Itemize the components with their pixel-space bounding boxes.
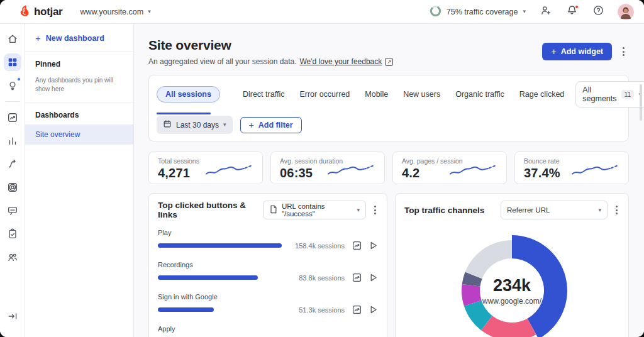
rail-item-surveys[interactable] bbox=[4, 225, 21, 243]
date-range-value: Last 30 days bbox=[176, 121, 219, 130]
clicked-item-bar bbox=[158, 243, 282, 248]
rail-item-dashboards[interactable] bbox=[4, 53, 21, 71]
sidebar-item-site-overview[interactable]: Site overview bbox=[25, 124, 133, 145]
dashboard-menu-button[interactable] bbox=[621, 45, 626, 58]
play-recordings-button[interactable] bbox=[369, 241, 378, 250]
sessions-count: 83.8k sessions bbox=[299, 274, 345, 282]
rail-item-interviews[interactable] bbox=[4, 248, 21, 266]
filters-container: All sessionsDirect trafficError occurred… bbox=[148, 75, 629, 141]
segment-tab[interactable]: Rage clicked bbox=[519, 90, 565, 99]
all-segments-dropdown[interactable]: All segments 11 ▾ bbox=[575, 81, 644, 108]
segment-tab[interactable]: Mobile bbox=[365, 90, 388, 99]
panel-title: Top clicked buttons & links bbox=[158, 201, 257, 219]
clicked-items-list: Play 158.4k sessions Recordings 83.8k se… bbox=[149, 226, 387, 337]
person-add-icon bbox=[540, 4, 552, 19]
url-filter-dropdown[interactable]: URL contains "/success" ▾ bbox=[263, 201, 366, 219]
rail-item-funnels[interactable] bbox=[4, 132, 21, 150]
site-selector-value: www.yoursite.com bbox=[80, 8, 143, 16]
interviews-icon bbox=[7, 251, 18, 263]
plus-icon: + bbox=[35, 33, 41, 43]
collapse-icon bbox=[7, 311, 18, 322]
clicked-item-label: Apply bbox=[158, 325, 378, 333]
site-selector[interactable]: www.yoursite.com ▾ bbox=[80, 8, 150, 16]
donut-chart: 234k www.google.com/ bbox=[449, 228, 575, 337]
new-dashboard-button[interactable]: + New dashboard bbox=[25, 24, 133, 51]
page-subtitle: An aggregated view of all your session d… bbox=[148, 57, 296, 66]
rail-item-feedback[interactable] bbox=[4, 202, 21, 219]
view-trend-button[interactable] bbox=[352, 305, 362, 314]
panel-title: Top traffic channels bbox=[404, 206, 484, 215]
rail-item-trends[interactable] bbox=[4, 109, 21, 126]
metric-card: Avg. session duration 06:35 bbox=[270, 152, 385, 184]
journeys-icon bbox=[7, 158, 18, 170]
donut-segment[interactable] bbox=[465, 240, 512, 279]
segment-tab[interactable]: Error occurred bbox=[299, 90, 350, 99]
url-filter-value: URL contains "/success" bbox=[282, 202, 350, 218]
pinned-heading: Pinned bbox=[25, 52, 133, 71]
panel-menu-button[interactable] bbox=[614, 204, 619, 216]
sidebar: + New dashboard Pinned Any dashboards yo… bbox=[25, 24, 134, 337]
feedback-icon bbox=[7, 205, 18, 216]
chevron-down-icon: ▾ bbox=[148, 9, 151, 14]
surveys-icon bbox=[7, 228, 18, 240]
clicked-item-label: Sign in with Google bbox=[158, 293, 378, 301]
rail-item-insights[interactable] bbox=[4, 77, 21, 94]
chevron-down-icon: ▾ bbox=[598, 207, 601, 213]
rail-item-mentions[interactable] bbox=[4, 179, 21, 196]
view-trend-button[interactable] bbox=[352, 241, 362, 250]
chevron-down-icon: ▾ bbox=[357, 207, 360, 213]
clicked-item-bar bbox=[158, 307, 214, 312]
date-range-picker[interactable]: Last 30 days ▾ bbox=[157, 116, 233, 134]
view-trend-button[interactable] bbox=[352, 273, 362, 282]
brand-name: hotjar bbox=[34, 6, 62, 18]
rail-item-journeys[interactable] bbox=[4, 155, 21, 173]
icon-rail bbox=[0, 24, 25, 337]
clicked-item-row: Recordings 83.8k sessions bbox=[158, 261, 378, 282]
referrer-dropdown[interactable]: Referrer URL ▾ bbox=[501, 201, 608, 219]
segments-count-badge: 11 bbox=[621, 90, 635, 99]
new-dashboard-label: New dashboard bbox=[46, 34, 104, 43]
traffic-coverage[interactable]: 75% traffic coverage ▾ bbox=[430, 5, 526, 19]
pinned-empty-text: Any dashboards you pin will show here bbox=[25, 71, 133, 102]
collapse-sidebar-button[interactable] bbox=[4, 307, 21, 325]
rail-item-home[interactable] bbox=[4, 30, 21, 48]
notifications-button[interactable] bbox=[565, 5, 579, 19]
segment-tab[interactable]: New users bbox=[403, 90, 440, 99]
dashboards-heading: Dashboards bbox=[25, 102, 133, 122]
metric-card: Avg. pages / session 4.2 bbox=[392, 152, 507, 184]
plus-icon: + bbox=[249, 121, 254, 130]
mentions-icon bbox=[7, 182, 18, 193]
add-widget-button[interactable]: + Add widget bbox=[542, 43, 612, 60]
hotjar-logo[interactable]: hotjar bbox=[19, 4, 62, 19]
topbar: hotjar www.yoursite.com ▾ 75% traffic co… bbox=[0, 0, 644, 24]
feedback-link[interactable]: We'd love your feedback bbox=[299, 57, 382, 66]
plus-icon: + bbox=[551, 47, 556, 56]
main-content: Site overview An aggregated view of all … bbox=[134, 24, 644, 337]
segment-tab[interactable]: Direct traffic bbox=[243, 90, 284, 99]
clicked-item-row: Play 158.4k sessions bbox=[158, 229, 378, 250]
panel-menu-button[interactable] bbox=[372, 204, 378, 216]
play-recordings-button[interactable] bbox=[369, 273, 378, 282]
help-icon bbox=[592, 4, 604, 19]
home-icon bbox=[7, 33, 18, 45]
app-window: hotjar www.yoursite.com ▾ 75% traffic co… bbox=[0, 0, 644, 337]
scrollbar-thumb[interactable] bbox=[640, 84, 642, 121]
traffic-channels-panel: Top traffic channels Referrer URL ▾ 234k… bbox=[395, 193, 629, 337]
help-button[interactable] bbox=[591, 5, 605, 19]
invite-user-button[interactable] bbox=[538, 5, 552, 19]
external-link-icon[interactable]: ↗ bbox=[385, 58, 393, 66]
play-recordings-button[interactable] bbox=[369, 305, 378, 314]
metric-card: Bounce rate 37.4% bbox=[514, 152, 629, 184]
coverage-ring-icon bbox=[430, 5, 441, 19]
add-filter-button[interactable]: + Add filter bbox=[240, 117, 302, 133]
chevron-down-icon: ▾ bbox=[223, 122, 226, 128]
segment-tab-active[interactable]: All sessions bbox=[157, 86, 220, 102]
referrer-value: Referrer URL bbox=[507, 206, 550, 214]
segment-tab[interactable]: Organic traffic bbox=[455, 90, 504, 99]
clicked-item-label: Play bbox=[158, 229, 378, 236]
sessions-count: 158.4k sessions bbox=[295, 242, 345, 250]
avatar[interactable] bbox=[618, 4, 634, 20]
top-clicked-panel: Top clicked buttons & links URL contains… bbox=[148, 193, 387, 337]
clicked-item-row: Apply 28.3k sessions bbox=[158, 325, 378, 337]
all-segments-label: All segments bbox=[582, 86, 616, 103]
